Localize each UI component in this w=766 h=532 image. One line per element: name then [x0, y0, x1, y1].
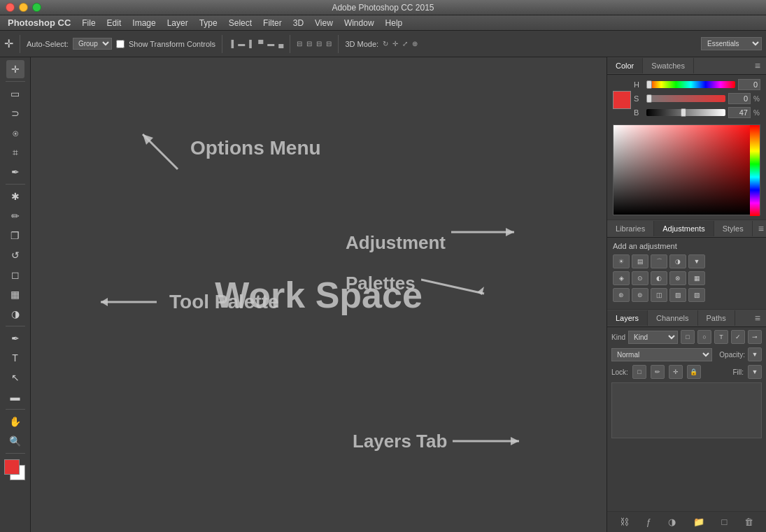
pen-tool[interactable]: ✒ [6, 329, 24, 347]
group-icon[interactable]: 📁 [690, 515, 707, 529]
3d-move-icon[interactable]: ✛ [392, 40, 398, 48]
gradient-tool[interactable]: ▦ [6, 285, 24, 303]
align-top-icon[interactable]: ▀ [258, 40, 263, 48]
menu-edit[interactable]: Edit [102, 17, 127, 29]
adj-channel[interactable]: ▦ [688, 271, 705, 285]
new-layer-icon[interactable]: □ [718, 515, 730, 529]
brush-tool[interactable]: ✏ [6, 207, 24, 225]
lasso-tool[interactable]: ⊃ [6, 104, 24, 122]
adj-bw[interactable]: ◐ [651, 271, 667, 285]
opacity-btn[interactable]: ▼ [748, 347, 762, 361]
distribute-icon3[interactable]: ⊟ [316, 40, 322, 48]
align-left-icon[interactable]: ▐ [229, 40, 234, 48]
s-slider-track[interactable] [646, 95, 725, 102]
move-tool[interactable]: ✛ [6, 60, 24, 78]
align-center-icon[interactable]: ▬ [238, 40, 245, 48]
layers-filter-btn3[interactable]: T [714, 330, 728, 344]
history-tool[interactable]: ↺ [6, 246, 24, 264]
adj-brightness[interactable]: ☀ [613, 254, 630, 268]
canvas-area[interactable]: Options Menu Tool Palette Adjustment Pal… [31, 57, 607, 532]
quick-select-tool[interactable]: ⍟ [6, 124, 24, 142]
adj-huesat[interactable]: ◈ [613, 271, 630, 285]
fill-btn[interactable]: ▼ [748, 365, 762, 379]
s-value-input[interactable] [728, 93, 751, 104]
b-value-input[interactable] [728, 107, 751, 118]
layer-style-icon[interactable]: ƒ [644, 515, 654, 529]
hand-tool[interactable]: ✋ [6, 412, 24, 431]
tab-swatches[interactable]: Swatches [643, 58, 694, 73]
b-slider-track[interactable] [646, 109, 725, 116]
h-value-input[interactable] [738, 79, 760, 90]
layers-filter-btn1[interactable]: □ [681, 330, 695, 344]
layers-filter-btn5[interactable]: ⊸ [748, 330, 762, 344]
tab-paths[interactable]: Paths [698, 310, 735, 326]
adj-poster[interactable]: ⊜ [632, 288, 648, 302]
clone-tool[interactable]: ❐ [6, 227, 24, 245]
menu-layer[interactable]: Layer [162, 17, 193, 29]
b-slider-thumb[interactable] [681, 108, 686, 117]
3d-scale-icon[interactable]: ⤢ [402, 40, 408, 48]
menu-select[interactable]: Select [224, 17, 257, 29]
shape-tool[interactable]: ▬ [6, 388, 24, 406]
menu-app[interactable]: Photoshop CC [3, 16, 76, 29]
spot-heal-tool[interactable]: ✱ [6, 187, 24, 206]
3d-rotate-icon[interactable]: ↻ [383, 40, 388, 48]
link-layers-icon[interactable]: ⛓ [617, 515, 632, 529]
layers-kind-select[interactable]: Kind [628, 331, 678, 344]
layers-filter-btn4[interactable]: ✓ [731, 330, 745, 344]
adj-panel-menu[interactable]: ≡ [753, 220, 766, 237]
mask-icon[interactable]: ◑ [665, 515, 679, 529]
workspace-dropdown[interactable]: Essentials Photography Painting [701, 37, 762, 50]
lock-paint-btn[interactable]: ✏ [651, 365, 665, 379]
layers-panel-menu[interactable]: ≡ [749, 310, 766, 326]
menu-help[interactable]: Help [381, 17, 408, 29]
3d-camera-icon[interactable]: ⊕ [412, 40, 418, 48]
marquee-tool[interactable]: ▭ [6, 85, 24, 103]
menu-file[interactable]: File [77, 17, 100, 29]
tab-styles[interactable]: Styles [714, 221, 753, 236]
adj-exposure[interactable]: ◑ [669, 254, 686, 268]
lock-pixels-btn[interactable]: □ [632, 365, 646, 379]
menu-filter[interactable]: Filter [258, 17, 287, 29]
lock-pos-btn[interactable]: ✛ [669, 365, 683, 379]
adj-invert[interactable]: ⊛ [613, 288, 630, 302]
adj-levels[interactable]: ▤ [632, 254, 648, 268]
move-tool-icon[interactable]: ✛ [4, 37, 13, 50]
close-button[interactable] [6, 3, 15, 12]
auto-select-dropdown[interactable]: Group Layer [73, 38, 112, 50]
color-panel-menu[interactable]: ≡ [749, 57, 766, 74]
color-swatch-area[interactable] [4, 459, 27, 482]
dodge-tool[interactable]: ◑ [6, 305, 24, 323]
spectrum-bar[interactable] [750, 125, 760, 216]
menu-3d[interactable]: 3D [288, 17, 308, 29]
adj-thresh[interactable]: ◫ [651, 288, 667, 302]
path-select-tool[interactable]: ↖ [6, 368, 24, 387]
maximize-button[interactable] [32, 3, 41, 12]
eraser-tool[interactable]: ◻ [6, 266, 24, 284]
adj-curves[interactable]: ⌒ [651, 254, 667, 268]
lock-all-btn[interactable]: 🔒 [687, 365, 701, 379]
tab-color[interactable]: Color [607, 58, 643, 73]
adj-vibrance[interactable]: ▼ [688, 254, 705, 268]
align-right-icon[interactable]: ▌ [249, 40, 254, 48]
h-slider-thumb[interactable] [646, 80, 652, 89]
layers-blend-select[interactable]: Normal Multiply Screen [611, 348, 712, 361]
menu-view[interactable]: View [310, 17, 338, 29]
adj-colorbal[interactable]: ⊙ [632, 271, 648, 285]
minimize-button[interactable] [19, 3, 28, 12]
s-slider-thumb[interactable] [646, 94, 652, 103]
distribute-icon1[interactable]: ⊟ [297, 40, 302, 48]
align-mid-icon[interactable]: ▬ [267, 40, 274, 48]
delete-layer-icon[interactable]: 🗑 [742, 515, 756, 529]
foreground-color[interactable] [4, 459, 20, 475]
text-tool[interactable]: T [6, 349, 24, 367]
zoom-tool[interactable]: 🔍 [6, 432, 24, 450]
mac-window-buttons[interactable] [6, 3, 41, 12]
crop-tool[interactable]: ⌗ [6, 143, 24, 161]
show-transform-checkbox[interactable] [116, 40, 125, 48]
tab-channels[interactable]: Channels [648, 310, 697, 326]
adj-photofil[interactable]: ⊗ [669, 271, 686, 285]
eyedropper-tool[interactable]: ✒ [6, 163, 24, 181]
menu-image[interactable]: Image [127, 17, 160, 29]
distribute-icon4[interactable]: ⊟ [326, 40, 332, 48]
